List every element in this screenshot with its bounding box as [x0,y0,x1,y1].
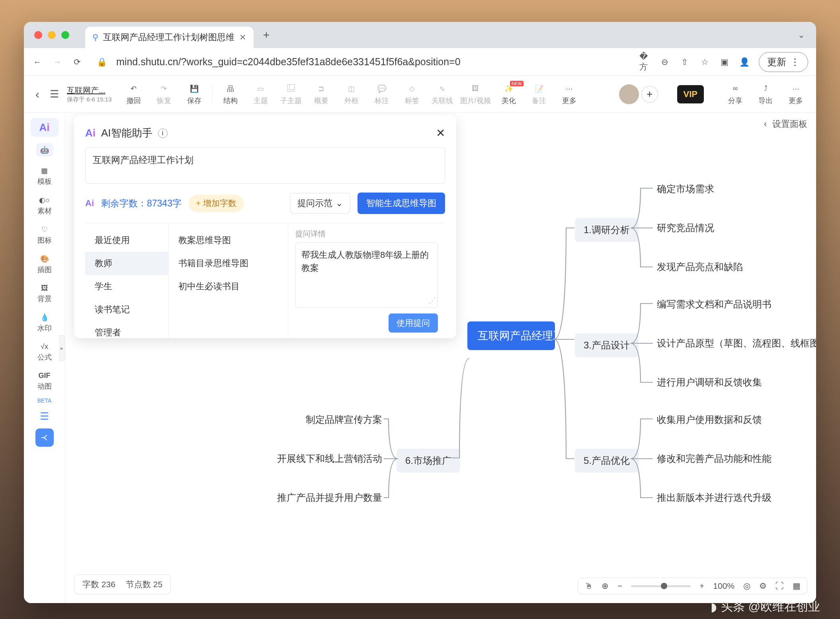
mindmap-leaf[interactable]: 研究竞品情况 [653,219,718,237]
outline-view-button[interactable]: ☰ [35,407,54,425]
formula-icon: √x [41,343,48,351]
share-link-icon: ∞ [730,83,741,94]
mindmap-leaf[interactable]: 收集用户使用数据和反馈 [653,411,766,428]
icon-tool[interactable]: ♡图标 [31,222,59,248]
mindmap-leaf[interactable]: 进行用户调研和反馈收集 [653,374,766,391]
structure-button[interactable]: 品结构 [218,83,243,105]
mindmap-branch[interactable]: 5.产品优化 [575,449,639,473]
mindmap-root[interactable]: 互联网产品经理工作计划 [467,321,555,350]
mindmap-leaf[interactable]: 推出新版本并进行迭代升级 [653,489,776,506]
update-button[interactable]: 更新 ⋮ [759,52,808,72]
new-tab-button[interactable]: + [258,29,274,41]
focus-icon[interactable]: ◎ [743,581,750,591]
background-tool[interactable]: 🖼背景 [31,281,59,307]
heart-icon: ♡ [41,225,48,234]
zoom-in-icon[interactable]: + [699,581,704,591]
list-item[interactable]: 初中生必读书目 [169,275,288,298]
gif-tool[interactable]: GIF动图 [31,368,59,394]
settings-icon[interactable]: ⚙ [759,581,767,591]
save-timestamp: 保存于 6-6 15:13 [67,96,112,103]
mindmap-branch[interactable]: 1.调研分析 [575,218,639,242]
list-item[interactable]: 学生 [85,275,168,298]
illustration-tool[interactable]: 🎨插图 [31,251,59,278]
list-item[interactable]: 读书笔记 [85,298,168,321]
close-icon[interactable] [34,31,42,39]
mindmap-canvas[interactable]: ‹ 设置面板 Ai AI智能助手 i ✕ 互联网产品经理工作计划 Ai 剩余字数… [65,113,816,603]
template-tool[interactable]: ▦模板 [31,163,59,189]
expand-rail-icon[interactable]: ▸ [59,335,65,361]
mindmap-leaf[interactable]: 修改和完善产品功能和性能 [653,450,776,467]
url-text[interactable]: mind.shutu.cn/?works_guid=c2044dbe35fef3… [116,56,631,68]
ai-tool[interactable]: Ai [31,118,59,137]
add-collaborator-button[interactable]: + [641,86,658,103]
use-question-button[interactable]: 使用提问 [389,313,438,333]
list-item[interactable]: 最近使用 [85,229,168,252]
mindmap-leaf[interactable]: 开展线下和线上营销活动 [264,450,386,467]
mindmap-branch[interactable]: 3.产品设计 [575,333,639,357]
settings-panel-toggle[interactable]: ‹ 设置面板 [764,118,807,130]
avatar[interactable] [619,84,639,104]
tabs-expand-icon[interactable]: ⌄ [798,30,805,40]
profile-icon[interactable]: 👤 [739,56,750,68]
close-tab-icon[interactable]: ✕ [239,33,246,42]
watermark-tool[interactable]: 💧水印 [31,310,59,336]
material-tool[interactable]: ◐○素材 [31,193,59,219]
more-right-button[interactable]: ⋯更多 [783,83,808,105]
url-bar: ← → ⟳ 🔒 mind.shutu.cn/?works_guid=c2044d… [24,48,816,76]
chevron-left-icon[interactable]: ‹ [32,89,43,100]
mindmap-view-button[interactable] [35,428,54,447]
list-item[interactable]: 管理者 [85,321,168,338]
zoom-icon[interactable]: ⊖ [659,56,670,68]
mindmap-leaf[interactable]: 制定品牌宣传方案 [283,411,386,428]
share-button[interactable]: ∞分享 [723,83,748,105]
list-item[interactable]: 教师 [85,252,168,275]
minimize-icon[interactable] [48,31,56,39]
bookmark-icon[interactable]: ☆ [699,56,710,68]
share-icon[interactable]: ⇧ [679,56,690,68]
formula-tool[interactable]: √x公式 [31,339,59,365]
list-item[interactable]: 教案思维导图 [169,229,288,252]
mindmap-leaf[interactable]: 推广产品并提升用户数量 [264,489,386,506]
mindmap-branch[interactable]: 6.市场推广 [397,449,460,473]
minimap-icon[interactable]: ▦ [793,581,801,591]
reload-icon[interactable]: ⟳ [72,56,83,68]
beautify-button[interactable]: NEW✨美化 [496,83,521,105]
ask-sample-dropdown[interactable]: 提问示范⌄ [290,193,350,214]
mindmap-leaf[interactable]: 确定市场需求 [653,180,718,198]
list-item[interactable]: 书籍目录思维导图 [169,252,288,275]
info-icon[interactable]: i [158,128,168,138]
generate-mindmap-button[interactable]: 智能生成思维导图 [357,193,445,214]
tab-title: 互联网产品经理工作计划树图思维 [103,31,234,43]
center-icon[interactable]: ⊕ [602,581,609,591]
fullscreen-icon[interactable]: ⛶ [776,581,784,591]
summary-button: ⊐概要 [309,83,334,105]
ai-prompt-input[interactable]: 互联网产品经理工作计划 [85,147,445,184]
detail-textarea[interactable]: 帮我生成人教版物理8年级上册的教案⋰ [295,242,438,308]
translate-icon[interactable]: �方 [639,56,651,68]
vip-badge[interactable]: VIP [677,85,704,103]
menu-icon[interactable]: ☰ [49,89,60,100]
zoom-slider[interactable] [631,585,691,587]
save-button[interactable]: 💾保存 [182,83,207,105]
doc-title[interactable]: 互联网产... [67,85,112,96]
window-controls[interactable] [34,31,69,39]
maximize-icon[interactable] [61,31,69,39]
export-button[interactable]: ⤴导出 [753,83,778,105]
browser-tab[interactable]: ⚲ 互联网产品经理工作计划树图思维 ✕ [85,27,254,48]
resize-handle-icon[interactable]: ⋰ [429,295,436,306]
ai-icon: Ai [39,121,50,134]
more-button[interactable]: ⋯更多 [557,83,582,105]
zoom-level[interactable]: 100% [713,581,735,591]
panel-icon[interactable]: ▣ [719,56,730,68]
mindmap-leaf[interactable]: 发现产品亮点和缺陷 [653,258,747,276]
robot-tool[interactable]: 🤖 [31,140,59,160]
mindmap-leaf[interactable]: 编写需求文档和产品说明书 [653,296,776,313]
zoom-out-icon[interactable]: − [617,581,622,591]
back-icon[interactable]: ← [32,56,43,68]
add-chars-button[interactable]: +增加字数 [189,195,244,212]
close-icon[interactable]: ✕ [436,127,445,140]
mouse-icon[interactable]: 🖱 [584,581,593,591]
mindmap-leaf[interactable]: 设计产品原型（草图、流程图、线框图等） [653,335,816,352]
forward-icon[interactable]: → [52,56,63,68]
undo-button[interactable]: ↶撤回 [121,83,146,105]
